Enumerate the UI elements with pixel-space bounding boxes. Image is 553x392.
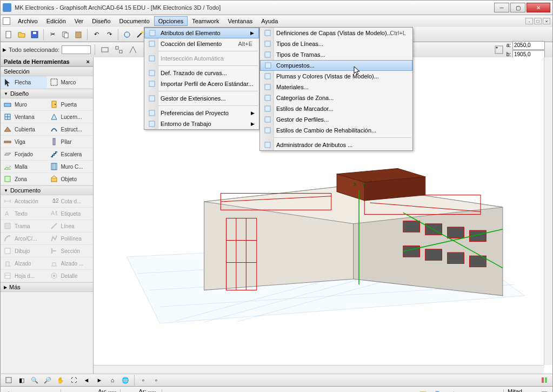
tool-level[interactable]: 12Cota d... <box>47 195 94 208</box>
menuitem-categor-as-de-zona[interactable]: Categorías de Zona... <box>260 92 412 103</box>
horizontal-scrollbar[interactable] <box>94 365 544 374</box>
undo-button[interactable]: ↶ <box>90 29 102 41</box>
pick-button[interactable] <box>121 29 133 41</box>
menuitem-importar-perfil-de-acero-est-ndar[interactable]: Importar Perfil de Acero Estándar... <box>144 78 259 89</box>
menuitem-tipos-de-tramas[interactable]: Tipos de Tramas... <box>260 49 412 60</box>
view-btn-r1[interactable] <box>538 374 550 386</box>
menu-documento[interactable]: Documento <box>115 16 154 26</box>
tool-beam[interactable]: Viga <box>1 136 47 148</box>
open-button[interactable] <box>16 29 28 41</box>
pan-button[interactable]: ✋ <box>55 374 66 386</box>
coord-icon-4[interactable]: ⊞ <box>45 389 57 392</box>
nav5-button[interactable]: ◐ <box>474 389 485 392</box>
menu-edicion[interactable]: Edición <box>42 16 70 26</box>
menuitem-plumas-y-colores-vistas-de-modelo[interactable]: Plumas y Colores (Vistas de Modelo)... <box>260 71 412 82</box>
tool-drawing[interactable]: Dibujo <box>1 245 47 257</box>
menu-ver[interactable]: Ver <box>70 16 88 26</box>
tool-mesh[interactable]: Malla <box>1 161 47 173</box>
nav6-button[interactable]: ✎ <box>488 389 499 392</box>
info-count-input[interactable] <box>62 45 91 54</box>
menuitem-compuestos[interactable]: Compuestos... <box>260 60 412 71</box>
tool-arc[interactable]: Arco/Cí... <box>1 232 47 245</box>
menuitem-gestor-de-extensiones[interactable]: Gestor de Extensiones... <box>144 93 259 104</box>
menuitem-definiciones-de-capas-vistas-de-modelo[interactable]: Definiciones de Capas (Vistas de Modelo)… <box>260 28 412 38</box>
dim-a-input[interactable] <box>512 41 545 50</box>
prev-view-button[interactable]: ◄ <box>81 374 92 386</box>
tool-window[interactable]: Ventana <box>1 111 47 123</box>
save-button[interactable] <box>29 29 41 41</box>
tool-detail[interactable]: Detalle <box>47 270 94 282</box>
menuitem-estilos-de-cambio-de-rehabilitaci-n[interactable]: Estilos de Cambio de Rehabilitación... <box>260 125 412 136</box>
tool-fill[interactable]: Trama <box>1 220 47 232</box>
nav3-button[interactable] <box>445 389 457 392</box>
minimize-button[interactable]: ─ <box>494 3 509 12</box>
tool-zone[interactable]: Zona <box>1 173 47 185</box>
tool-dim[interactable]: Acotación <box>1 195 47 208</box>
menu-ventanas[interactable]: Ventanas <box>223 16 257 26</box>
tool-wall[interactable]: Muro <box>1 98 47 111</box>
tool-slab[interactable]: Forjado <box>1 148 47 161</box>
tool-intelev[interactable]: Alzado ... <box>47 257 94 270</box>
view-btn-x1[interactable]: ▫ <box>137 374 149 386</box>
menuitem-preferencias-del-proyecto[interactable]: Preferencias del Proyecto▶ <box>144 108 259 118</box>
origin-icon[interactable]: ✖ <box>166 389 178 392</box>
angle-icon[interactable]: ∠ <box>124 389 136 392</box>
tool-skylight[interactable]: Lucern... <box>47 111 94 123</box>
fit-button[interactable]: ⛶ <box>68 374 79 386</box>
maximize-button[interactable]: ▢ <box>510 3 525 12</box>
zoom-out-button[interactable]: 🔎 <box>42 374 54 386</box>
menuitem-estilos-de-marcador[interactable]: Estilos de Marcador... <box>260 103 412 114</box>
home-view-button[interactable]: ⌂ <box>106 374 118 386</box>
tool-door[interactable]: Puerta <box>47 98 94 111</box>
tool-shell[interactable]: Estruct... <box>47 123 94 136</box>
menuitem-materiales[interactable]: Materiales... <box>260 82 412 92</box>
mdi-close-button[interactable]: × <box>543 18 550 24</box>
orbit-button[interactable]: 🌐 <box>119 374 131 386</box>
mdi-restore-button[interactable]: □ <box>534 18 542 24</box>
view-btn-2[interactable]: ◧ <box>16 374 28 386</box>
section-diseno[interactable]: ▼Diseño <box>1 89 93 98</box>
tool-worksheet[interactable]: Hoja d... <box>1 270 47 282</box>
end-button[interactable] <box>538 389 550 392</box>
mdi-minimize-button[interactable]: - <box>525 18 533 24</box>
menu-teamwork[interactable]: Teamwork <box>188 16 223 26</box>
section-documento[interactable]: ▼Documento <box>1 185 93 195</box>
tool-label[interactable]: A1Etiqueta <box>47 208 94 220</box>
menu-diseno[interactable]: Diseño <box>88 16 115 26</box>
tool-roof[interactable]: Cubierta <box>1 123 47 136</box>
close-button[interactable]: ✕ <box>527 3 550 12</box>
tool-poly[interactable]: Polilínea <box>47 232 94 245</box>
tool-elevation[interactable]: Alzado <box>1 257 47 270</box>
menu-opciones[interactable]: Opciones <box>154 16 188 26</box>
coord-icon-3[interactable]: ⊕ <box>31 389 43 392</box>
info-tool3[interactable] <box>127 44 139 56</box>
view-btn-x2[interactable]: ▫ <box>150 374 162 386</box>
redo-button[interactable]: ↷ <box>103 29 115 41</box>
nav4-button[interactable]: ⊕ <box>459 389 471 392</box>
menu-archivo[interactable]: Archivo <box>14 16 42 26</box>
menuitem-entorno-de-trabajo[interactable]: Entorno de Trabajo▶ <box>144 118 259 129</box>
coord-icon-2[interactable]: ✕ <box>17 389 29 392</box>
info-tool1[interactable] <box>99 44 111 56</box>
tool-cursor[interactable]: Flecha <box>1 76 47 89</box>
menuitem-administrador-de-atributos[interactable]: Administrador de Atributos ... <box>260 139 412 150</box>
section-mas[interactable]: ▶Más <box>1 282 93 292</box>
menuitem-gestor-de-perfiles[interactable]: Gestor de Perfiles... <box>260 114 412 125</box>
copy-button[interactable] <box>59 29 71 41</box>
tool-curtain[interactable]: Muro C... <box>47 161 94 173</box>
menu-ayuda[interactable]: Ayuda <box>257 16 282 26</box>
tool-text[interactable]: ATexto <box>1 208 47 220</box>
tool-column[interactable]: Pilar <box>47 136 94 148</box>
menuitem-def-trazado-de-curvas[interactable]: Def. Trazado de curvas... <box>144 68 259 78</box>
section-seleccion[interactable]: Selección <box>1 67 93 76</box>
nav1-button[interactable] <box>417 389 429 392</box>
tool-stair[interactable]: Escalera <box>47 148 94 161</box>
tool-marquee[interactable]: Marco <box>47 76 94 89</box>
menuitem-tipos-de-l-neas[interactable]: Tipos de Líneas... <box>260 38 412 49</box>
vertical-scrollbar[interactable] <box>544 57 552 365</box>
zoom-in-button[interactable]: 🔍 <box>29 374 41 386</box>
tool-object[interactable]: Objeto <box>47 173 94 185</box>
view-btn-1[interactable] <box>3 374 15 386</box>
new-button[interactable] <box>3 29 15 41</box>
cut-button[interactable]: ✂ <box>46 29 58 41</box>
